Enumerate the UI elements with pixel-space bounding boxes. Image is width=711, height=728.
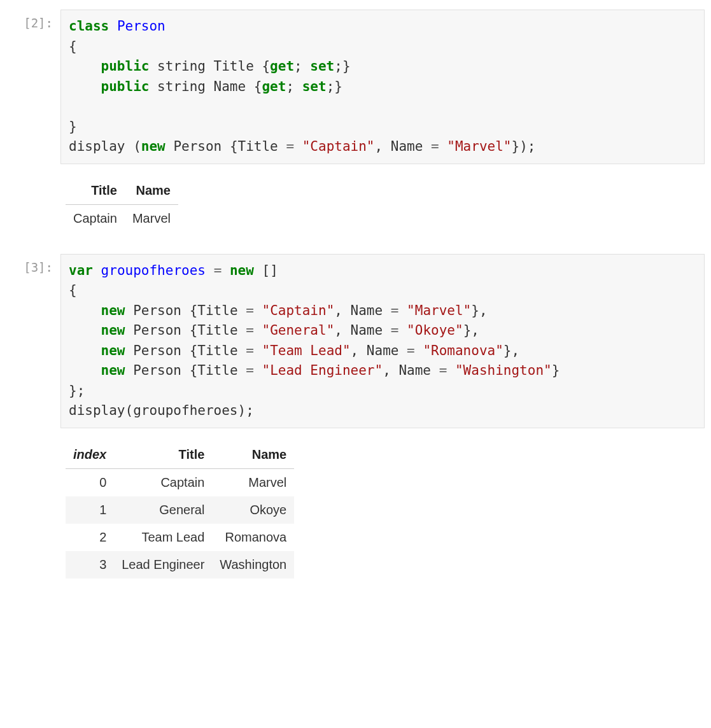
table-cell-index: 1 [66, 496, 114, 524]
table-cell-index: 3 [66, 551, 114, 578]
cell-prompt: [2]: [6, 10, 60, 164]
table-cell-index: 0 [66, 468, 114, 496]
table-cell: Okoye [212, 496, 294, 524]
table-cell: Marvel [212, 468, 294, 496]
table-cell: Washington [212, 551, 294, 578]
cell-prompt: [3]: [6, 254, 60, 428]
code-input[interactable]: class Person { public string Title {get;… [60, 10, 705, 164]
output-table: indexTitleName0CaptainMarvel1GeneralOkoy… [66, 441, 294, 578]
table-cell: Romanova [212, 524, 294, 551]
output-row: indexTitleName0CaptainMarvel1GeneralOkoy… [6, 433, 705, 581]
output-table: TitleNameCaptainMarvel [66, 177, 178, 232]
code-input[interactable]: var groupofheroes = new [] { new Person … [60, 254, 705, 428]
table-cell: Team Lead [114, 524, 212, 551]
table-cell: Lead Engineer [114, 551, 212, 578]
table-cell: General [114, 496, 212, 524]
output-row: TitleNameCaptainMarvel [6, 169, 705, 235]
output-area: indexTitleName0CaptainMarvel1GeneralOkoy… [60, 433, 705, 581]
table-row: 2Team LeadRomanova [66, 524, 294, 551]
table-header: Title [114, 441, 212, 469]
code-cell: [3]: var groupofheroes = new [] { new Pe… [6, 254, 705, 428]
code-cell: [2]: class Person { public string Title … [6, 10, 705, 164]
table-cell: Captain [114, 468, 212, 496]
output-area: TitleNameCaptainMarvel [60, 169, 705, 235]
table-cell: Captain [66, 204, 125, 232]
table-row: CaptainMarvel [66, 204, 178, 232]
table-cell: Marvel [125, 204, 178, 232]
table-header: Name [125, 177, 178, 205]
table-row: 3Lead EngineerWashington [66, 551, 294, 578]
table-header: Title [66, 177, 125, 205]
table-cell-index: 2 [66, 524, 114, 551]
table-row: 0CaptainMarvel [66, 468, 294, 496]
table-header: Name [212, 441, 294, 469]
table-row: 1GeneralOkoye [66, 496, 294, 524]
table-header-index: index [66, 441, 114, 469]
